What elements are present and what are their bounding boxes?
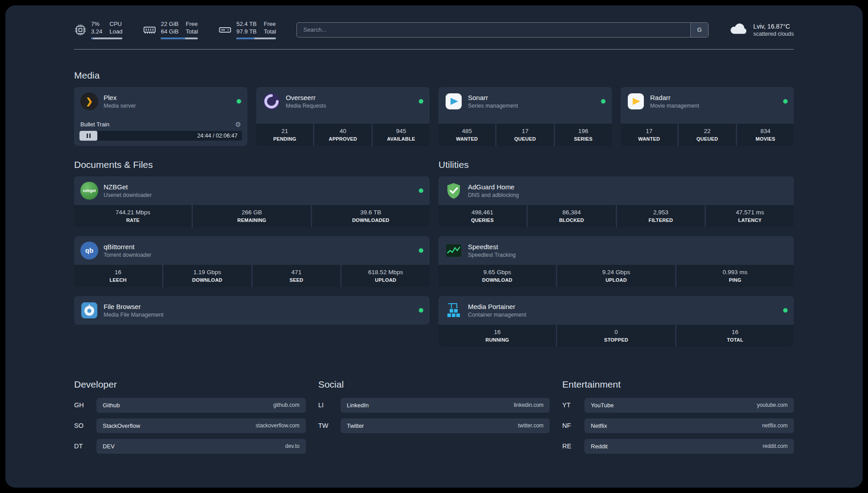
card-header-plex[interactable]: ❯ Plex Media server xyxy=(74,87,247,116)
service-card-portainer[interactable]: Media Portainer Container management 16R… xyxy=(438,296,794,347)
stat-value: 39.6 TB xyxy=(314,209,428,216)
stat-value: 744.21 Mbps xyxy=(76,209,190,216)
bookmark-group-developer: Developer GH Github github.com SO StackO… xyxy=(74,379,306,460)
bookmark-netflix[interactable]: NF Netflix netflix.com xyxy=(562,418,794,433)
service-card-qbittorrent[interactable]: qb qBittorrent Torrent downloader 16LEEC… xyxy=(74,236,430,287)
card-header-speedtest[interactable]: Speedtest Speedtest Tracking xyxy=(438,236,794,265)
stat-total: 16TOTAL xyxy=(676,325,794,347)
stat-value: 618.52 Mbps xyxy=(343,269,428,276)
card-header-overseerr[interactable]: Overseerr Media Requests xyxy=(256,87,430,116)
service-name: File Browser xyxy=(104,303,413,310)
bookmark-linkedin[interactable]: LI LinkedIn linkedin.com xyxy=(318,398,550,413)
qbittorrent-icon: qb xyxy=(80,242,98,259)
card-header-adguard[interactable]: AdGuard Home DNS and adblocking xyxy=(438,176,794,205)
bookmark-stackoverflow[interactable]: SO StackOverflow stackoverflow.com xyxy=(74,418,306,433)
card-header-filebrowser[interactable]: File Browser Media File Management xyxy=(74,296,430,325)
card-titles: File Browser Media File Management xyxy=(104,303,413,318)
card-header-qbittorrent[interactable]: qb qBittorrent Torrent downloader xyxy=(74,236,430,265)
bookmark-link[interactable]: Twitter twitter.com xyxy=(341,418,550,433)
stat-remaining: 266 GBREMAINING xyxy=(193,205,310,227)
bookmark-link[interactable]: LinkedIn linkedin.com xyxy=(341,398,550,413)
memory-widget: 22 GiB64 GiB FreeTotal xyxy=(143,21,198,39)
service-card-radarr[interactable]: Radarr Movie management 17WANTED 22QUEUE… xyxy=(621,87,794,146)
pause-button[interactable] xyxy=(79,131,97,141)
bookmark-link[interactable]: YouTube youtube.com xyxy=(584,398,794,413)
stat-leech: 16LEECH xyxy=(74,265,162,287)
stat-label: MOVIES xyxy=(739,136,792,142)
stat-wanted: 17WANTED xyxy=(621,124,677,146)
service-card-sonarr[interactable]: Sonarr Series management 485WANTED 17QUE… xyxy=(438,87,612,146)
service-name: NZBGet xyxy=(104,183,413,191)
stat-value: 1.19 Gbps xyxy=(165,269,250,276)
service-card-plex[interactable]: ❯ Plex Media server Bullet Train ⚙ 24:44… xyxy=(74,87,247,146)
resource-widgets: 7%3.24 CPULoad 22 GiB64 GiB Free xyxy=(74,21,276,39)
card-titles: AdGuard Home DNS and adblocking xyxy=(468,183,788,198)
search-provider-button[interactable]: G xyxy=(690,23,708,37)
stat-value: 21 xyxy=(258,128,311,134)
card-titles: Radarr Movie management xyxy=(650,94,778,109)
card-titles: Sonarr Series management xyxy=(468,94,596,109)
stats-speedtest: 9.65 GbpsDOWNLOAD 9.24 GbpsUPLOAD 0.993 … xyxy=(438,265,794,287)
service-card-overseerr[interactable]: Overseerr Media Requests 21PENDING 40APP… xyxy=(256,87,430,146)
stat-value: 9.65 Gbps xyxy=(440,269,554,276)
bookmark-link[interactable]: StackOverflow stackoverflow.com xyxy=(96,418,306,433)
service-description: Torrent downloader xyxy=(104,252,413,258)
bookmark-github[interactable]: GH Github github.com xyxy=(74,398,306,413)
service-card-nzbget[interactable]: nzbget NZBGet Usenet downloader 744.21 M… xyxy=(74,176,430,227)
section-title-utilities: Utilities xyxy=(438,159,794,170)
topbar: 7%3.24 CPULoad 22 GiB64 GiB Free xyxy=(74,21,794,39)
bookmark-reddit[interactable]: RE Reddit reddit.com xyxy=(562,439,794,454)
bookmark-dev[interactable]: DT DEV dev.to xyxy=(74,439,306,454)
stat-value: 47.571 ms xyxy=(708,209,792,216)
bookmark-link[interactable]: Netflix netflix.com xyxy=(584,418,794,433)
bookmark-name: YouTube xyxy=(591,402,613,409)
section-title-media: Media xyxy=(74,70,794,81)
status-dot xyxy=(419,99,423,104)
service-card-adguard[interactable]: AdGuard Home DNS and adblocking 498,461Q… xyxy=(438,176,794,227)
card-header-portainer[interactable]: Media Portainer Container management xyxy=(438,296,794,325)
bookmark-twitter[interactable]: TW Twitter twitter.com xyxy=(318,418,550,433)
bookmark-abbr: NF xyxy=(562,422,578,429)
status-dot xyxy=(419,188,423,193)
search-input[interactable] xyxy=(297,23,690,37)
filebrowser-icon xyxy=(80,301,98,319)
stat-value: 40 xyxy=(316,128,369,134)
dashboard-content: 7%3.24 CPULoad 22 GiB64 GiB Free xyxy=(74,5,794,460)
bookmark-link[interactable]: DEV dev.to xyxy=(96,439,306,454)
stat-label: BLOCKED xyxy=(530,217,614,223)
stat-value: 196 xyxy=(557,128,610,134)
bookmark-link[interactable]: Github github.com xyxy=(96,398,306,413)
bookmark-domain: youtube.com xyxy=(757,402,788,408)
stat-label: SERIES xyxy=(557,136,610,142)
stat-value: 498,461 xyxy=(440,209,525,216)
middle-columns: Documents & Files nzbget NZBGet Usenet d… xyxy=(74,159,794,347)
gear-icon[interactable]: ⚙ xyxy=(235,121,241,128)
service-description: Media Requests xyxy=(286,103,413,109)
section-media: Media ❯ Plex Media server Bullet Train ⚙ xyxy=(74,70,794,146)
stat-value: 945 xyxy=(375,128,428,134)
bookmark-abbr: LI xyxy=(318,401,334,409)
disk-widget: 52.4 TB97.9 TB FreeTotal xyxy=(218,21,276,39)
weather-location: Lviv, 16.87°C xyxy=(753,22,794,31)
stats-sonarr: 485WANTED 17QUEUED 196SERIES xyxy=(438,124,612,146)
disk-total: 97.9 TB xyxy=(236,28,256,36)
service-card-speedtest[interactable]: Speedtest Speedtest Tracking 9.65 GbpsDO… xyxy=(438,236,794,287)
status-dot xyxy=(237,99,241,104)
stat-value: 16 xyxy=(678,329,792,335)
bookmark-domain: linkedin.com xyxy=(514,402,544,408)
stat-value: 86,384 xyxy=(530,209,614,216)
card-header-sonarr[interactable]: Sonarr Series management xyxy=(438,87,612,116)
stat-label: RUNNING xyxy=(440,337,554,343)
adguard-icon xyxy=(445,182,463,200)
bookmark-domain: reddit.com xyxy=(763,443,788,449)
bookmark-domain: github.com xyxy=(273,402,300,408)
bookmark-youtube[interactable]: YT YouTube youtube.com xyxy=(562,398,794,413)
bookmark-link[interactable]: Reddit reddit.com xyxy=(584,439,794,454)
player-progress-bar[interactable]: 24:44 / 02:06:47 xyxy=(79,131,242,141)
stat-approved: 40APPROVED xyxy=(314,124,371,146)
bookmark-name: LinkedIn xyxy=(347,402,369,409)
service-card-filebrowser[interactable]: File Browser Media File Management xyxy=(74,296,430,325)
card-header-radarr[interactable]: Radarr Movie management xyxy=(621,87,794,116)
card-header-nzbget[interactable]: nzbget NZBGet Usenet downloader xyxy=(74,176,430,205)
service-description: Speedtest Tracking xyxy=(468,252,788,258)
